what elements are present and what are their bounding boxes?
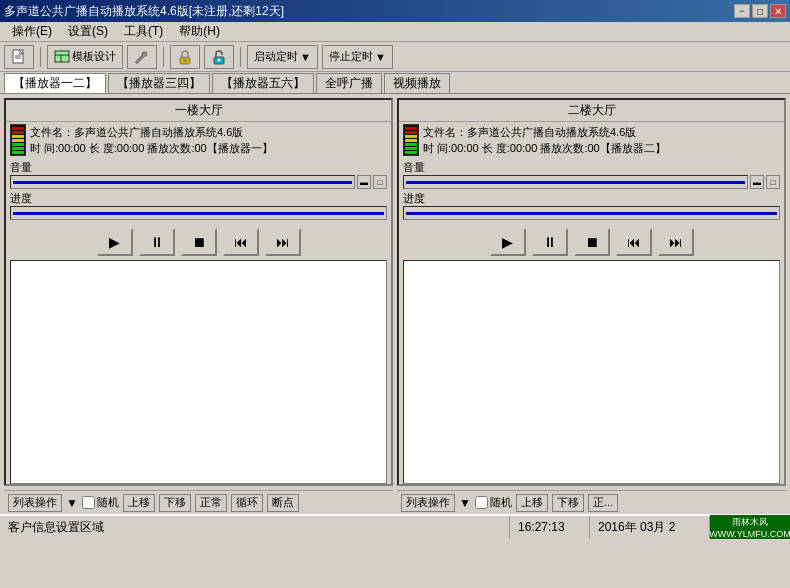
player-2-timeinfo: 时 间:00:00 长 度:00:00 播放次数:00【播放器二】 — [423, 140, 780, 156]
move-down-2-btn[interactable]: 下移 — [552, 494, 584, 512]
move-up-1-btn[interactable]: 上移 — [123, 494, 155, 512]
status-date-text: 2016年 03月 2 — [598, 519, 675, 536]
bottom-toolbar-1: 列表操作 ▼ 随机 上移 下移 正常 循环 断点 — [4, 490, 393, 514]
tab-broadcast[interactable]: 全呼广播 — [316, 73, 382, 93]
player-2-volume-slider-container: ▬ □ — [403, 175, 780, 189]
player-1-play-btn[interactable]: ▶ — [97, 228, 133, 256]
menu-bar: 操作(E) 设置(S) 工具(T) 帮助(H) — [0, 22, 790, 42]
player-1-pause-btn[interactable]: ⏸ — [139, 228, 175, 256]
toolbar-sep3 — [240, 47, 241, 67]
vu-bar — [405, 139, 417, 142]
player-1-playlist[interactable] — [10, 260, 387, 484]
toolbar-sep1 — [40, 47, 41, 67]
vu-bar — [405, 131, 417, 134]
close-button[interactable]: ✕ — [770, 4, 786, 18]
random-1-checkbox[interactable]: 随机 — [82, 495, 119, 510]
random-1-input[interactable] — [82, 496, 95, 509]
start-timer-label: 启动定时 — [254, 49, 298, 64]
stop-timer-button[interactable]: 停止定时 ▼ — [322, 45, 393, 69]
player-1-progress-slider[interactable] — [10, 206, 387, 220]
template-design-button[interactable]: 模板设计 — [47, 45, 123, 69]
move-up-2-btn[interactable]: 上移 — [516, 494, 548, 512]
title-bar-buttons: － □ ✕ — [734, 4, 786, 18]
wrench-button[interactable] — [127, 45, 157, 69]
bottom-toolbars: 列表操作 ▼ 随机 上移 下移 正常 循环 断点 — [0, 490, 790, 514]
lock-icon — [177, 49, 193, 65]
progress-track — [13, 212, 384, 215]
file-button[interactable] — [4, 45, 34, 69]
player-2-prev-btn[interactable]: ⏮ — [616, 228, 652, 256]
customer-info-text: 客户信息设置区域 — [8, 519, 104, 536]
breakpoint-1-btn[interactable]: 断点 — [267, 494, 299, 512]
loop-1-btn[interactable]: 循环 — [231, 494, 263, 512]
tab-player-12[interactable]: 【播放器一二】 — [4, 73, 106, 93]
player-2-progress-slider[interactable] — [403, 206, 780, 220]
player-2-volume-slider[interactable] — [403, 175, 748, 189]
file-icon — [11, 49, 27, 65]
title-bar-text: 多声道公共广播自动播放系统4.6版[未注册,还剩12天] — [4, 3, 284, 20]
vu-bar — [12, 143, 24, 146]
player-1-info: 文件名：多声道公共广播自动播放系统4.6版 时 间:00:00 长 度:00:0… — [6, 122, 391, 158]
vu-bar — [405, 147, 417, 150]
vu-bar — [405, 135, 417, 138]
lock2-button[interactable] — [204, 45, 234, 69]
unlock-icon — [211, 49, 227, 65]
player-1-volume-slider[interactable] — [10, 175, 355, 189]
slider-track — [13, 181, 352, 184]
volume-minus-btn[interactable]: ▬ — [357, 175, 371, 189]
player-1-timeinfo: 时 间:00:00 长 度:00:00 播放次数:00【播放器一】 — [30, 140, 387, 156]
random-2-input[interactable] — [475, 496, 488, 509]
vu-bar — [405, 143, 417, 146]
player-1-volume-slider-container: ▬ □ — [10, 175, 387, 189]
template-design-label: 模板设计 — [72, 49, 116, 64]
tab-player-56[interactable]: 【播放器五六】 — [212, 73, 314, 93]
player-2-next-btn[interactable]: ⏭ — [658, 228, 694, 256]
player-1-stop-btn[interactable]: ⏹ — [181, 228, 217, 256]
player-1-prev-btn[interactable]: ⏮ — [223, 228, 259, 256]
toolbar-sep2 — [163, 47, 164, 67]
list-op-1-btn[interactable]: 列表操作 — [8, 494, 62, 512]
menu-help[interactable]: 帮助(H) — [171, 22, 228, 41]
player-1-panel: 一楼大厅 文件名：多声道公共广播自动播放系统4.6版 时 间:00:00 长 度… — [4, 98, 393, 486]
player-2-vu-meter — [403, 124, 419, 156]
volume2-plus-btn[interactable]: □ — [766, 175, 780, 189]
vu-bar — [405, 127, 417, 130]
minimize-button[interactable]: － — [734, 4, 750, 18]
vu-bar — [12, 131, 24, 134]
volume2-minus-btn[interactable]: ▬ — [750, 175, 764, 189]
vu-bar — [12, 135, 24, 138]
svg-point-7 — [184, 58, 187, 61]
normal-2-btn[interactable]: 正... — [588, 494, 618, 512]
maximize-button[interactable]: □ — [752, 4, 768, 18]
player-2-playlist[interactable] — [403, 260, 780, 484]
player-2-title: 二楼大厅 — [399, 100, 784, 122]
status-time-text: 16:27:13 — [518, 520, 565, 534]
start-timer-button[interactable]: 启动定时 ▼ — [247, 45, 318, 69]
normal-1-btn[interactable]: 正常 — [195, 494, 227, 512]
player-2-progress-section: 进度 — [399, 189, 784, 224]
player-2-stop-btn[interactable]: ⏹ — [574, 228, 610, 256]
wrench-icon — [134, 49, 150, 65]
vu-bar — [12, 147, 24, 150]
menu-settings[interactable]: 设置(S) — [60, 22, 116, 41]
player-1-progress-label: 进度 — [10, 191, 387, 206]
move-down-1-btn[interactable]: 下移 — [159, 494, 191, 512]
menu-operate[interactable]: 操作(E) — [4, 22, 60, 41]
random-2-checkbox[interactable]: 随机 — [475, 495, 512, 510]
customer-info-section: 客户信息设置区域 — [0, 516, 510, 538]
lock-button[interactable] — [170, 45, 200, 69]
player-2-volume-label: 音量 — [403, 160, 780, 175]
list-op-2-btn[interactable]: 列表操作 — [401, 494, 455, 512]
player-1-next-btn[interactable]: ⏭ — [265, 228, 301, 256]
bottom-toolbar-2: 列表操作 ▼ 随机 上移 下移 正... — [397, 490, 786, 514]
slider-track — [406, 181, 745, 184]
tab-video[interactable]: 视频播放 — [384, 73, 450, 93]
menu-tools[interactable]: 工具(T) — [116, 22, 171, 41]
player-1-details: 文件名：多声道公共广播自动播放系统4.6版 时 间:00:00 长 度:00:0… — [30, 124, 387, 156]
svg-rect-3 — [55, 51, 69, 62]
progress-track — [406, 212, 777, 215]
tab-player-34[interactable]: 【播放器三四】 — [108, 73, 210, 93]
player-2-pause-btn[interactable]: ⏸ — [532, 228, 568, 256]
volume-plus-btn[interactable]: □ — [373, 175, 387, 189]
player-2-play-btn[interactable]: ▶ — [490, 228, 526, 256]
